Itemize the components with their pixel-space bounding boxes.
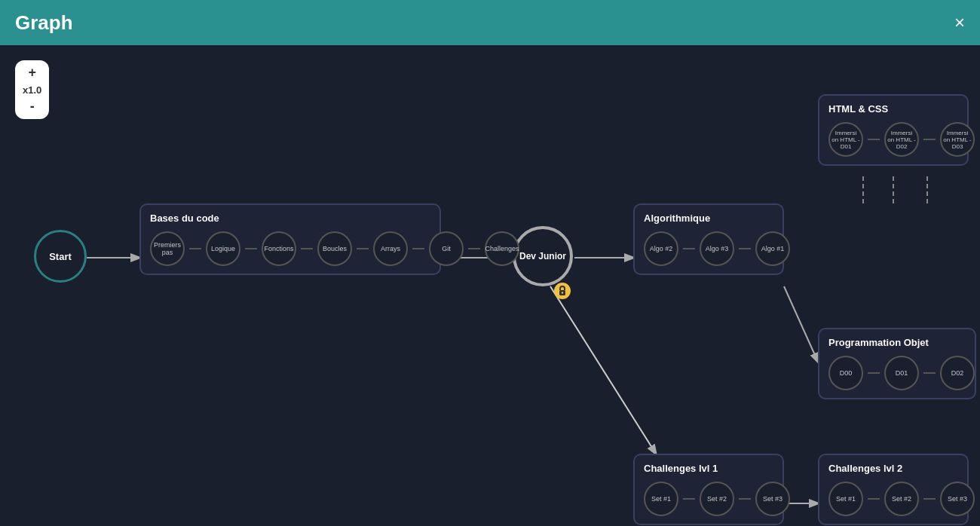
connector — [868, 139, 880, 140]
chal1-node-1[interactable]: Set #2 — [700, 482, 734, 516]
connector — [245, 248, 257, 249]
page-title: Graph — [15, 11, 73, 35]
html-node-2[interactable]: Immersi on HTML - D03 — [940, 122, 975, 157]
prog-node-2[interactable]: D02 — [940, 356, 975, 390]
dev-junior-node[interactable]: Dev Junior — [513, 226, 573, 286]
bases-du-code-box: Bases du code Premiers pas Logique Fonct… — [139, 203, 441, 275]
chal2-nodes: Set #1 Set #2 Set #3 — [828, 482, 958, 516]
bases-node-5[interactable]: Git — [429, 231, 464, 266]
bases-node-3[interactable]: Boucles — [317, 231, 352, 266]
algo-nodes: Algo #2 Algo #3 Algo #1 — [644, 231, 773, 266]
connector — [412, 248, 424, 249]
algo-node-2[interactable]: Algo #1 — [755, 231, 790, 266]
prog-nodes: D00 D01 D02 — [828, 356, 966, 390]
prog-node-0[interactable]: D00 — [828, 356, 863, 390]
connector — [739, 248, 751, 249]
header: Graph × — [0, 0, 980, 45]
chal1-node-2[interactable]: Set #3 — [755, 482, 790, 516]
connector — [683, 498, 695, 500]
connector — [868, 372, 880, 374]
chal1-node-0[interactable]: Set #1 — [644, 482, 678, 516]
chal2-node-0[interactable]: Set #1 — [828, 482, 863, 516]
bases-node-1[interactable]: Logique — [206, 231, 240, 266]
svg-point-11 — [562, 292, 563, 293]
challenges-lvl2-box: Challenges lvl 2 Set #1 Set #2 Set #3 — [818, 454, 969, 525]
zoom-controls: + x1.0 - — [15, 60, 49, 119]
chal2-node-2[interactable]: Set #3 — [940, 482, 975, 516]
bases-node-6[interactable]: Challenges — [485, 231, 519, 266]
connector — [923, 372, 936, 374]
chal1-title: Challenges lvl 1 — [644, 463, 773, 474]
connector — [189, 248, 201, 249]
connector — [868, 498, 880, 500]
connector — [301, 248, 313, 249]
prog-node-1[interactable]: D01 — [884, 356, 919, 390]
prog-objet-box: Programmation Objet D00 D01 D02 — [818, 328, 976, 399]
connector — [683, 248, 695, 249]
close-button[interactable]: × — [954, 14, 965, 32]
html-node-0[interactable]: Immersi on HTML - D01 — [828, 122, 863, 157]
lock-icon — [554, 283, 571, 299]
graph-canvas: + x1.0 - Start Dev Junior Bases du code … — [0, 45, 980, 526]
challenges-lvl1-box: Challenges lvl 1 Set #1 Set #2 Set #3 — [633, 454, 784, 525]
algo-node-1[interactable]: Algo #3 — [700, 231, 734, 266]
zoom-out-button[interactable]: - — [30, 99, 35, 115]
bases-node-2[interactable]: Fonctions — [262, 231, 296, 266]
algo-node-0[interactable]: Algo #2 — [644, 231, 678, 266]
connector — [923, 139, 936, 140]
prog-title: Programmation Objet — [828, 337, 966, 348]
html-nodes: Immersi on HTML - D01 Immersi on HTML - … — [828, 122, 958, 157]
bases-node-4[interactable]: Arrays — [373, 231, 408, 266]
start-node[interactable]: Start — [34, 230, 87, 283]
svg-line-3 — [550, 286, 656, 454]
connector — [739, 498, 751, 500]
connector — [923, 498, 936, 500]
zoom-level: x1.0 — [23, 84, 41, 96]
bases-node-0[interactable]: Premiers pas — [150, 231, 185, 266]
algo-title: Algorithmique — [644, 213, 773, 224]
html-css-box: HTML & CSS Immersi on HTML - D01 Immersi… — [818, 94, 969, 166]
algorithmique-box: Algorithmique Algo #2 Algo #3 Algo #1 — [633, 203, 784, 275]
html-title: HTML & CSS — [828, 103, 958, 115]
chal2-title: Challenges lvl 2 — [828, 463, 958, 474]
svg-line-7 — [784, 286, 818, 362]
chal1-nodes: Set #1 Set #2 Set #3 — [644, 482, 773, 516]
zoom-in-button[interactable]: + — [28, 65, 36, 81]
chal2-node-1[interactable]: Set #2 — [884, 482, 919, 516]
html-node-1[interactable]: Immersi on HTML - D02 — [884, 122, 919, 157]
bases-nodes: Premiers pas Logique Fonctions Boucles A… — [150, 231, 430, 266]
connector — [468, 248, 480, 249]
connector — [357, 248, 369, 249]
bases-title: Bases du code — [150, 213, 430, 224]
